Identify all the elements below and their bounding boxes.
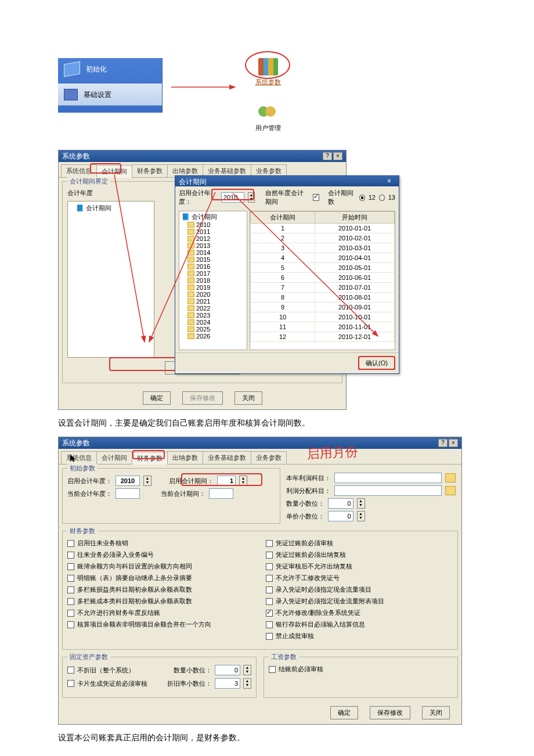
rate-dec-input[interactable]: [215, 678, 240, 689]
rate-spinner[interactable]: ▲▼: [243, 678, 251, 689]
cur-year-input[interactable]: [116, 488, 140, 499]
tab-1[interactable]: 会计期间: [96, 165, 132, 178]
year-node[interactable]: 2025: [181, 326, 246, 333]
browse-dist-button[interactable]: [445, 486, 456, 495]
tab-5[interactable]: 业务参数: [251, 451, 287, 464]
user-mgmt-shortcut[interactable]: 用户管理: [255, 104, 281, 132]
fin-checkbox[interactable]: [266, 633, 273, 640]
tab-2[interactable]: 财务参数: [132, 164, 168, 177]
fa-qty-dec-input[interactable]: [215, 665, 240, 675]
start-period-input[interactable]: [217, 476, 236, 486]
qty-dec-spinner[interactable]: ▲▼: [357, 498, 365, 509]
period-tree[interactable]: 📘会计期间: [67, 201, 154, 358]
radio-12[interactable]: [359, 195, 365, 201]
year-node[interactable]: 2021: [181, 298, 246, 305]
table-row[interactable]: 122010-12-01: [251, 332, 395, 342]
year-spinner[interactable]: ▲▼: [143, 476, 151, 486]
save-button-2[interactable]: 保存修改: [370, 706, 410, 719]
year-node[interactable]: 2018: [181, 277, 246, 284]
year-spinner[interactable]: ▲▼: [248, 192, 255, 203]
tab-1[interactable]: 会计期间: [96, 451, 132, 464]
price-dec-input[interactable]: [328, 511, 353, 521]
fin-checkbox[interactable]: [266, 563, 273, 570]
period-spinner[interactable]: ▲▼: [239, 476, 247, 486]
year-node[interactable]: 2011: [181, 228, 246, 235]
table-row[interactable]: 32010-03-01: [251, 243, 395, 253]
dialog-close-button[interactable]: ×: [387, 177, 395, 185]
tab-0[interactable]: 系统信息: [61, 164, 97, 177]
table-row[interactable]: 62010-06-01: [251, 273, 395, 283]
no-dep-checkbox[interactable]: [67, 667, 74, 674]
year-node[interactable]: 2010: [181, 221, 246, 228]
dist-input[interactable]: [334, 485, 442, 496]
table-row[interactable]: 72010-07-01: [251, 283, 395, 293]
fin-checkbox[interactable]: [266, 552, 273, 559]
ok-button[interactable]: 确定: [143, 391, 171, 405]
salary-audit-checkbox[interactable]: [269, 666, 276, 673]
col-start: 开始时间: [315, 212, 395, 224]
close-button[interactable]: ×: [333, 152, 342, 160]
table-row[interactable]: 12010-01-01: [251, 224, 395, 233]
fin-checkbox[interactable]: [67, 563, 74, 570]
fin-checkbox[interactable]: [266, 598, 273, 605]
sys-params-shortcut[interactable]: 系统参数: [255, 58, 281, 87]
fin-checkbox[interactable]: [67, 610, 74, 617]
fin-checkbox[interactable]: [266, 575, 273, 582]
table-row[interactable]: 22010-02-01: [251, 233, 395, 243]
price-dec-spinner[interactable]: ▲▼: [357, 511, 365, 521]
year-node[interactable]: 2015: [181, 256, 246, 263]
year-node[interactable]: 2013: [181, 242, 246, 249]
table-row[interactable]: 102010-10-01: [251, 312, 395, 322]
fin-checkbox[interactable]: [266, 610, 273, 617]
year-node[interactable]: 2017: [181, 270, 246, 277]
table-row[interactable]: 92010-09-01: [251, 303, 395, 312]
table-row[interactable]: 42010-04-01: [251, 253, 395, 263]
card-audit-checkbox[interactable]: [67, 680, 74, 687]
table-row[interactable]: 82010-08-01: [251, 293, 395, 303]
fin-checkbox[interactable]: [67, 552, 74, 559]
ok-button-2[interactable]: 确定: [330, 706, 358, 719]
nav-item-basic-setup[interactable]: 基础设置: [58, 84, 162, 106]
fin-checkbox[interactable]: [67, 540, 74, 547]
year-tree[interactable]: 📘会计期间20102011201220132014201520162017201…: [179, 211, 247, 350]
table-row[interactable]: 112010-11-01: [251, 322, 395, 332]
fin-checkbox[interactable]: [67, 598, 74, 605]
fin-checkbox[interactable]: [266, 621, 273, 628]
year-node[interactable]: 2019: [181, 284, 246, 291]
radio-13[interactable]: [379, 195, 385, 201]
help-button[interactable]: ?: [323, 152, 332, 160]
fin-checkbox[interactable]: [67, 575, 74, 582]
tab-0[interactable]: 系统信息: [61, 451, 97, 464]
fin-checkbox[interactable]: [67, 621, 74, 628]
fin-checkbox[interactable]: [67, 586, 74, 593]
help-button[interactable]: ?: [438, 439, 448, 447]
close-button[interactable]: 关闭: [234, 391, 262, 405]
year-node[interactable]: 2024: [181, 319, 246, 326]
start-year-input[interactable]: [116, 476, 140, 486]
fin-label: 禁止成批审核: [276, 632, 314, 640]
close-button[interactable]: ×: [449, 439, 458, 447]
close-button-2[interactable]: 关闭: [422, 706, 450, 719]
year-node[interactable]: 2014: [181, 249, 246, 256]
tab-2[interactable]: 财务参数: [132, 452, 168, 465]
fa-qty-spinner[interactable]: ▲▼: [243, 665, 251, 675]
confirm-button[interactable]: 确认(O): [358, 357, 395, 370]
year-node[interactable]: 2026: [181, 333, 246, 340]
cur-period-input[interactable]: [209, 488, 233, 499]
natural-period-checkbox[interactable]: [313, 194, 319, 201]
fin-checkbox[interactable]: [266, 540, 273, 547]
year-node[interactable]: 2020: [181, 291, 246, 298]
year-node[interactable]: 2023: [181, 312, 246, 319]
profit-input[interactable]: [334, 473, 442, 483]
year-node[interactable]: 2016: [181, 263, 246, 270]
sys-params-link[interactable]: 系统参数: [255, 78, 281, 87]
fin-checkbox[interactable]: [266, 586, 273, 593]
year-node[interactable]: 2022: [181, 305, 246, 312]
browse-profit-button[interactable]: [445, 473, 456, 483]
tab-3[interactable]: 出纳参数: [167, 451, 203, 464]
year-node[interactable]: 2012: [181, 235, 246, 242]
table-row[interactable]: 52010-05-01: [251, 263, 395, 273]
qty-dec-input[interactable]: [328, 498, 353, 509]
tab-4[interactable]: 业务基础参数: [203, 451, 251, 464]
start-year-input[interactable]: [221, 192, 244, 203]
